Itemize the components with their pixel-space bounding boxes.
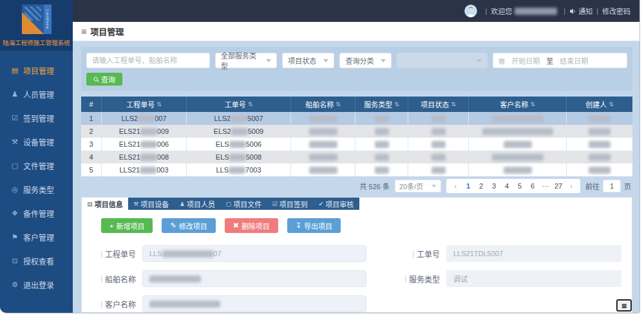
service-type-icon: ◎ [10,185,20,194]
customers-icon: ⚑ [10,233,20,241]
tab-label: 项目审核 [325,199,354,209]
table-row[interactable]: 2 ELS21009 ELS25009 [81,125,632,138]
button-label: 导出项目 [304,221,332,231]
sidebar-item-checkin[interactable]: ☑ 签到管理 [0,106,73,130]
secondary-filter-select[interactable] [397,53,487,68]
more-pages[interactable]: ··· [539,182,552,190]
filter-panel: 全部服务类型 项目状态 查询分类 [81,47,632,91]
col-service-type[interactable]: 服务类型⇅ [355,97,408,112]
topbar-separator: | [596,7,598,15]
table-row[interactable]: 3 ELS21006 ELS5006 [81,138,632,151]
tab-project-review[interactable]: ✔ 项目审核 [313,198,359,210]
goto-page: 前往 页 [585,180,631,192]
label-bar: | [100,275,102,283]
label-text: 客户名称 [105,299,136,310]
total-count: 共 526 条 [360,181,390,191]
tab-project-info[interactable]: ▤ 项目信息 [82,198,128,210]
row-index: 1 [81,112,102,125]
page-number[interactable]: 5 [513,182,526,190]
sidebar-item-equipment[interactable]: ⚒ 设备管理 [0,130,73,154]
col-label: 客户名称 [500,99,528,109]
search-input[interactable] [86,53,210,68]
notifications-link[interactable]: 通知 [578,6,592,16]
redacted-text [140,141,157,148]
col-label: 创建人 [585,99,607,109]
col-creator[interactable]: 创建人⇅ [567,97,632,112]
redacted-text [375,141,389,148]
page-number[interactable]: 1 [462,182,475,190]
page-size-select[interactable]: 20条/页 [395,180,441,192]
sidebar-item-logout[interactable]: ⚙ 退出登录 [0,273,73,297]
table-header-row: # 工程单号⇅ 工单号⇅ 船舶名称⇅ 服务类型⇅ 项目状态⇅ 客户名称⇅ 创建人… [81,97,632,112]
search-button[interactable]: 查询 [86,73,122,86]
project-no-field[interactable]: LLS 07 [142,245,366,262]
change-password-link[interactable]: 修改密码 [602,6,630,16]
checkin-icon: ☑ [10,114,20,122]
date-range-picker[interactable]: ▦ 开始日期 至 结束日期 [493,53,627,68]
redacted-text [229,141,246,148]
page-title: 项目管理 [90,25,124,37]
tab-project-personnel[interactable]: ♟ 项目人员 [175,198,221,210]
sidebar-item-files[interactable]: ▢ 文件管理 [0,154,73,178]
col-project-no[interactable]: 工程单号⇅ [102,97,187,112]
prev-page-button[interactable]: ‹ [449,182,462,190]
ship-name-field[interactable] [142,270,366,287]
start-date-placeholder: 开始日期 [511,55,540,66]
sidebar-item-spare-parts[interactable]: ❖ 备件管理 [0,201,73,225]
query-category-select[interactable]: 查询分类 [339,53,392,68]
sidebar-item-projects[interactable]: ▤ 项目管理 [0,59,73,82]
redacted-text [431,128,446,135]
keyboard-input-indicator[interactable]: ▦ [616,299,632,311]
sidebar-item-label: 备件管理 [23,208,54,219]
next-page-button[interactable]: › [565,182,578,190]
tab-project-checkin[interactable]: ☑ 项目签到 [267,198,313,210]
edit-project-button[interactable]: ✎ 修改项目 [162,218,215,233]
form-row: | 船舶名称 | 服务类型 调试 [90,270,625,287]
page-number[interactable]: 4 [500,182,513,190]
col-ship-name[interactable]: 船舶名称⇅ [291,97,355,112]
tab-project-equipment[interactable]: ⚒ 项目设备 [128,198,175,210]
col-project-status[interactable]: 项目状态⇅ [408,97,469,112]
page-number[interactable]: 6 [526,182,539,190]
tab-project-files[interactable]: ▢ 项目文件 [220,198,267,210]
add-project-button[interactable]: + 新增项目 [101,218,153,233]
service-type-select[interactable]: 全部服务类型 [215,53,277,68]
customer-name-field[interactable] [142,295,366,312]
sidebar-item-customers[interactable]: ⚑ 客户管理 [0,225,73,249]
label-text: 工程单号 [105,248,136,259]
page-number[interactable]: 27 [552,182,565,190]
ship-name-cell [291,112,355,125]
sidebar-item-service-type[interactable]: ◎ 服务类型 [0,178,73,201]
redacted-text [309,128,337,135]
goto-page-input[interactable] [603,180,621,192]
col-customer-name[interactable]: 客户名称⇅ [469,97,567,112]
trash-icon: ✖ [233,221,239,230]
sidebar-item-authorization-view[interactable]: ⊡ 授权查看 [0,249,73,273]
select-value: 全部服务类型 [221,50,262,71]
label-bar: | [100,300,102,308]
goto-prefix: 前往 [585,181,600,191]
field-text: LLS [149,250,162,257]
button-label: 删除项目 [242,221,270,231]
chevron-down-icon [431,185,437,187]
main-area: | 欢迎您 | 通知 | 修改密码 ≡ 项目管理 全部服务类型 [73,0,639,313]
system-title: 陆海工程师施工管理系统 [0,38,73,47]
redacted-text [431,115,446,122]
service-type-field[interactable]: 调试 [446,270,621,287]
page-number[interactable]: 2 [475,182,488,190]
project-review-icon: ✔ [319,201,324,207]
sidebar-item-personnel[interactable]: ♟ 人员管理 [0,82,73,106]
delete-project-button[interactable]: ✖ 删除项目 [225,218,278,233]
user-avatar[interactable] [464,5,477,17]
equipment-icon: ⚒ [10,138,20,146]
table-row[interactable]: 5 LLS21003 LLS7003 [81,163,632,176]
table-row[interactable]: 1 LLS2007 LLS25007 [81,112,632,125]
redacted-text [149,275,201,283]
project-status-select[interactable]: 项目状态 [282,53,334,68]
project-status-cell [408,112,469,125]
work-order-field[interactable]: LLS21TDL5007 [446,245,621,262]
export-project-button[interactable]: ↧ 导出项目 [287,218,341,233]
page-number[interactable]: 3 [488,182,500,190]
table-row[interactable]: 4 ELS21008 ELS5008 [81,151,632,163]
col-work-order[interactable]: 工单号⇅ [187,97,291,112]
